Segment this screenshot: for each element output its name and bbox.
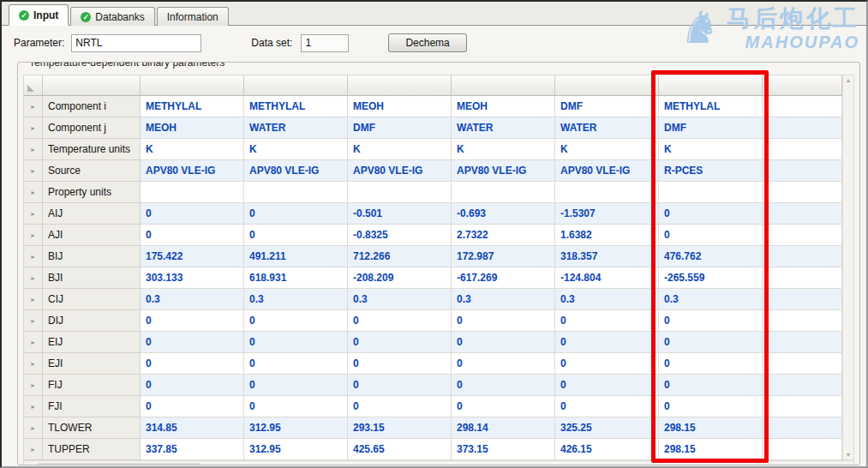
vertical-scrollbar[interactable]: ▲ ▼ bbox=[842, 75, 854, 460]
cell[interactable]: 0 bbox=[555, 332, 659, 353]
cell[interactable] bbox=[348, 182, 452, 203]
cell[interactable]: APV80 VLE-IG bbox=[141, 160, 244, 182]
scroll-right-icon[interactable]: ► bbox=[845, 464, 851, 466]
cell[interactable]: 0 bbox=[348, 332, 452, 353]
row-expander-icon[interactable]: ▸ bbox=[24, 439, 43, 460]
cell[interactable]: 0 bbox=[555, 310, 659, 332]
cell[interactable]: 0 bbox=[244, 375, 348, 396]
cell[interactable]: 318.357 bbox=[555, 246, 659, 267]
cell[interactable]: K bbox=[244, 139, 348, 160]
cell[interactable]: 0 bbox=[244, 396, 348, 417]
cell[interactable]: 0 bbox=[452, 332, 555, 353]
row-expander-icon[interactable]: ▸ bbox=[24, 182, 43, 203]
cell[interactable] bbox=[141, 182, 244, 203]
cell[interactable]: K bbox=[452, 139, 555, 160]
cell[interactable]: 0 bbox=[452, 375, 555, 396]
cell[interactable]: 0 bbox=[452, 310, 555, 332]
column-header[interactable] bbox=[452, 75, 555, 96]
cell[interactable]: WATER bbox=[452, 117, 555, 139]
scroll-down-icon[interactable]: ▼ bbox=[846, 452, 852, 458]
row-expander-icon[interactable]: ▸ bbox=[24, 96, 43, 117]
row-label[interactable]: EJI bbox=[43, 353, 141, 375]
cell[interactable]: 312.95 bbox=[244, 417, 348, 439]
cell[interactable]: APV80 VLE-IG bbox=[452, 160, 555, 182]
cell[interactable]: DMF bbox=[555, 96, 659, 117]
empty-cell[interactable] bbox=[763, 182, 842, 203]
cell[interactable]: 325.25 bbox=[555, 417, 659, 439]
row-expander-icon[interactable]: ▸ bbox=[24, 353, 43, 375]
column-header[interactable] bbox=[43, 75, 141, 96]
parameter-input[interactable] bbox=[71, 34, 201, 52]
row-label[interactable]: EIJ bbox=[43, 332, 141, 353]
row-label[interactable]: BJI bbox=[43, 267, 141, 289]
cell[interactable]: 0 bbox=[141, 396, 244, 417]
column-header[interactable] bbox=[141, 75, 244, 96]
cell[interactable]: K bbox=[141, 139, 244, 160]
cell[interactable]: 0 bbox=[141, 310, 244, 332]
cell[interactable]: APV80 VLE-IG bbox=[348, 160, 452, 182]
empty-cell[interactable] bbox=[763, 417, 842, 439]
row-expander-icon[interactable]: ▸ bbox=[24, 310, 43, 332]
empty-cell[interactable] bbox=[763, 225, 842, 246]
cell[interactable]: DMF bbox=[348, 117, 452, 139]
cell[interactable]: K bbox=[555, 139, 659, 160]
cell[interactable]: 0 bbox=[452, 396, 555, 417]
row-expander-icon[interactable]: ▸ bbox=[24, 117, 43, 139]
cell[interactable]: 0 bbox=[452, 353, 555, 375]
row-label[interactable]: AJI bbox=[43, 225, 141, 246]
empty-cell[interactable] bbox=[763, 396, 842, 417]
cell[interactable]: 0 bbox=[244, 353, 348, 375]
cell[interactable]: MEOH bbox=[348, 96, 452, 117]
cell[interactable]: 0 bbox=[141, 203, 244, 225]
empty-cell[interactable] bbox=[763, 439, 842, 460]
scrollbar-thumb[interactable] bbox=[38, 463, 201, 465]
empty-cell[interactable] bbox=[763, 375, 842, 396]
row-expander-icon[interactable]: ▸ bbox=[24, 267, 43, 289]
cell[interactable]: 0 bbox=[244, 203, 348, 225]
cell[interactable]: 0.3 bbox=[555, 289, 659, 310]
cell[interactable] bbox=[555, 182, 659, 203]
cell[interactable]: 0 bbox=[348, 375, 452, 396]
row-expander-icon[interactable]: ▸ bbox=[24, 375, 43, 396]
cell[interactable]: 0 bbox=[348, 396, 452, 417]
cell[interactable]: 426.15 bbox=[555, 439, 659, 460]
cell[interactable]: WATER bbox=[555, 117, 659, 139]
column-header[interactable] bbox=[348, 75, 452, 96]
empty-cell[interactable] bbox=[763, 246, 842, 267]
tab-databanks[interactable]: ✓ Databanks bbox=[70, 7, 154, 26]
empty-cell[interactable] bbox=[763, 332, 842, 353]
tab-information[interactable]: Information bbox=[157, 7, 229, 26]
cell[interactable]: 618.931 bbox=[244, 267, 348, 289]
cell[interactable]: -0.8325 bbox=[348, 225, 452, 246]
row-label[interactable]: FJI bbox=[43, 396, 141, 417]
cell[interactable]: -124.804 bbox=[555, 267, 659, 289]
column-header[interactable] bbox=[244, 75, 348, 96]
cell[interactable]: 425.65 bbox=[348, 439, 452, 460]
cell[interactable]: 303.133 bbox=[141, 267, 244, 289]
row-expander-icon[interactable]: ▸ bbox=[24, 139, 43, 160]
row-label[interactable]: CIJ bbox=[43, 289, 141, 310]
cell[interactable]: METHYLAL bbox=[141, 96, 244, 117]
cell[interactable]: 0.3 bbox=[452, 289, 555, 310]
cell[interactable]: 0 bbox=[555, 396, 659, 417]
row-label[interactable]: TUPPER bbox=[43, 439, 141, 460]
cell[interactable]: 1.6382 bbox=[555, 225, 659, 246]
grid-corner-cell[interactable] bbox=[24, 75, 43, 96]
dataset-input[interactable] bbox=[301, 34, 349, 52]
cell[interactable]: 0 bbox=[244, 310, 348, 332]
cell[interactable]: 314.85 bbox=[141, 417, 244, 439]
row-label[interactable]: Source bbox=[43, 160, 141, 182]
cell[interactable]: 298.14 bbox=[452, 417, 555, 439]
cell[interactable]: 175.422 bbox=[141, 246, 244, 267]
cell[interactable]: WATER bbox=[244, 117, 348, 139]
cell[interactable]: MEOH bbox=[141, 117, 244, 139]
row-expander-icon[interactable]: ▸ bbox=[24, 246, 43, 267]
empty-cell[interactable] bbox=[763, 353, 842, 375]
empty-cell[interactable] bbox=[763, 203, 842, 225]
scroll-left-icon[interactable]: ◄ bbox=[27, 464, 33, 466]
cell[interactable]: 0 bbox=[555, 353, 659, 375]
row-expander-icon[interactable]: ▸ bbox=[24, 417, 43, 439]
cell[interactable]: MEOH bbox=[452, 96, 555, 117]
cell[interactable]: 0 bbox=[244, 225, 348, 246]
cell[interactable]: METHYLAL bbox=[244, 96, 348, 117]
